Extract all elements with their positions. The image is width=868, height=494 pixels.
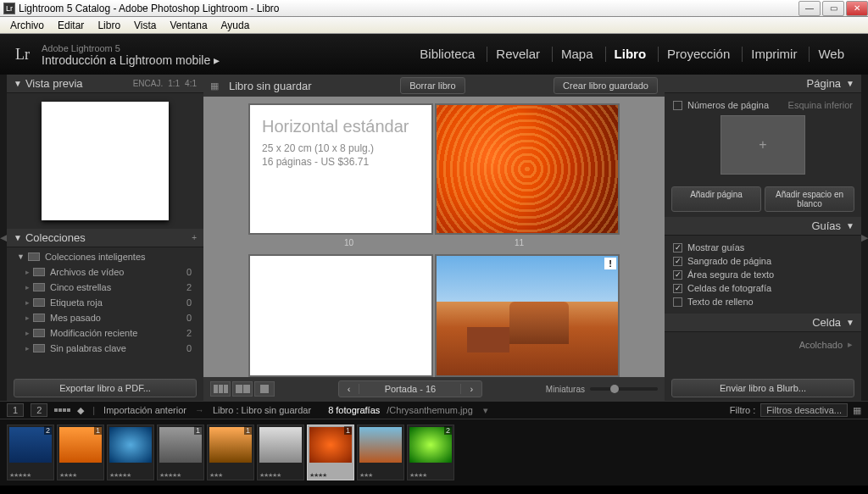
maximize-button[interactable]: ▭ [822,1,844,16]
filter-lock-icon[interactable]: ▦ [853,405,861,416]
collection-row[interactable]: ▸Cinco estrellas2 [7,280,203,295]
module-libro[interactable]: Libro [605,47,655,62]
module-proyección[interactable]: Proyección [658,47,738,62]
module-biblioteca[interactable]: Biblioteca [411,47,483,62]
add-collection-button[interactable]: + [192,233,197,242]
show-guides-label: Mostrar guías [687,242,744,253]
menu-vista[interactable]: Vista [127,18,163,33]
page-13[interactable]: ! [435,254,620,377]
grid-view-icon[interactable] [54,408,70,412]
preview-badge[interactable]: 4:1 [185,79,197,88]
collections-title: Colecciones [25,231,86,244]
delete-book-button[interactable]: Borrar libro [400,77,465,94]
nav-prev-button[interactable]: ‹ [339,384,359,394]
add-blank-button[interactable]: Añadir espacio en blanco [765,186,854,212]
filmstrip-thumbnail[interactable]: 1★★★★ [57,425,104,480]
guides-panel-header[interactable]: Guías ▼ [665,217,861,236]
header-tagline[interactable]: Introducción a Lightroom mobile ▸ [42,54,220,66]
guides-panel-title: Guías [811,219,841,232]
screen-1-button[interactable]: 1 [7,403,24,417]
guide-option[interactable]: Celdas de fotografía [673,281,853,295]
page-panel-header[interactable]: Página ▼ [665,75,861,93]
page-numbers-label: Números de página [687,100,769,110]
guide-checkbox[interactable] [673,257,682,266]
book-bottombar: ‹ Portada - 16 › Miniaturas [203,377,665,401]
view-spread-button[interactable] [232,381,253,397]
export-pdf-button[interactable]: Exportar libro a PDF... [14,379,197,397]
nav-label[interactable]: Portada - 16 [359,384,460,394]
save-book-button[interactable]: Crear libro guardado [554,77,658,94]
guide-checkbox[interactable] [673,270,682,280]
filmstrip-thumbnail[interactable]: 1★★★★★ [157,425,204,480]
module-header: Lr Adobe Lightroom 5 Introducción a Ligh… [0,34,868,75]
filmstrip-thumbnail[interactable]: 2★★★★ [407,425,454,480]
preview-badge[interactable]: ENCAJ. [133,79,164,88]
guide-option[interactable]: Sangrado de página [673,254,853,268]
module-mapa[interactable]: Mapa [552,47,602,62]
thumbnail-label: Miniaturas [546,385,585,394]
guide-option[interactable]: Texto de relleno [673,295,853,308]
breadcrumb-2[interactable]: Libro : Libro sin guardar [213,405,311,415]
guide-checkbox[interactable] [673,284,682,293]
menu-libro[interactable]: Libro [91,18,127,33]
module-picker: BibliotecaRevelarMapaLibroProyecciónImpr… [411,47,853,62]
collection-row[interactable]: ▸Sin palabras clave0 [7,341,203,356]
warning-icon[interactable]: ! [604,258,616,269]
filmstrip-thumbnail[interactable]: 2★★★★★ [7,425,54,480]
preview-header[interactable]: ▼ Vista previa ENCAJ.1:14:1 [7,75,203,93]
menu-ventana[interactable]: Ventana [164,18,214,33]
minimize-button[interactable]: — [798,1,821,16]
right-edge-handle[interactable]: ▶ [861,75,868,401]
filmstrip-thumbnail[interactable]: 1★★★ [207,425,254,480]
page-numbers-checkbox[interactable] [673,101,682,110]
book-topbar: ▦ Libro sin guardar Borrar libro Crear l… [203,75,665,97]
module-revelar[interactable]: Revelar [487,47,548,62]
book-canvas[interactable]: Horizontal estándar 25 x 20 cm (10 x 8 p… [203,97,665,377]
collection-row[interactable]: ▸Etiqueta roja0 [7,295,203,310]
filmstrip-thumbnail[interactable]: ★★★★★ [257,425,304,480]
collection-row[interactable]: ▸Archivos de vídeo0 [7,264,203,280]
guide-checkbox[interactable] [673,297,682,307]
page-layout-preview[interactable]: + [721,115,805,175]
page-12[interactable] [248,254,433,377]
menu-ayuda[interactable]: Ayuda [214,18,257,33]
preview-badge[interactable]: 1:1 [168,79,180,88]
logo: Lr [15,46,30,64]
thumbnail-slider[interactable] [590,387,658,391]
filter-select[interactable]: Filtros desactiva... [760,403,848,417]
add-page-button[interactable]: Añadir página [671,186,761,212]
filmstrip-thumbnail[interactable]: 1★★★★ [307,425,354,480]
module-imprimir[interactable]: Imprimir [742,47,805,62]
collection-row[interactable]: ▼Colecciones inteligentes [7,249,203,264]
page-10[interactable]: Horizontal estándar 25 x 20 cm (10 x 8 p… [248,103,433,235]
filename-dropdown-icon[interactable]: ▾ [483,405,488,416]
cell-panel-header[interactable]: Celda ▼ [665,314,861,332]
page-11[interactable] [435,103,620,235]
preview-page[interactable] [42,102,169,220]
close-button[interactable]: ✕ [846,1,868,16]
show-guides-checkbox[interactable] [673,243,682,253]
page-numbers-corner[interactable]: Esquina inferior [788,100,853,110]
left-edge-handle[interactable]: ◀ [0,75,7,401]
menu-archivo[interactable]: Archivo [3,18,51,33]
menu-editar[interactable]: Editar [51,18,91,33]
breadcrumb-1[interactable]: Importación anterior [103,405,186,415]
sort-icon[interactable]: ◆ [77,405,84,416]
product-name: Adobe Lightroom 5 [42,42,220,54]
screen-2-button[interactable]: 2 [31,403,47,417]
grid-toggle-icon[interactable]: ▦ [210,80,219,92]
collection-row[interactable]: ▸Mes pasado0 [7,310,203,325]
guide-option[interactable]: Área segura de texto [673,268,853,281]
nav-next-button[interactable]: › [460,384,481,394]
filmstrip[interactable]: 2★★★★★1★★★★★★★★★1★★★★★1★★★★★★★★1★★★★★★★2… [0,419,868,486]
view-single-button[interactable] [254,381,275,397]
view-grid-button[interactable] [210,381,231,397]
collections-header[interactable]: ▼ Colecciones + [7,229,203,247]
module-web[interactable]: Web [809,47,853,62]
spread-12-13: ! [229,254,639,377]
filmstrip-thumbnail[interactable]: ★★★ [357,425,404,480]
collection-row[interactable]: ▸Modificación reciente2 [7,325,203,341]
filmstrip-thumbnail[interactable]: ★★★★★ [107,425,154,480]
thumbnail-size-control: Miniaturas [546,385,658,394]
send-blurb-button[interactable]: Enviar libro a Blurb... [671,379,854,397]
